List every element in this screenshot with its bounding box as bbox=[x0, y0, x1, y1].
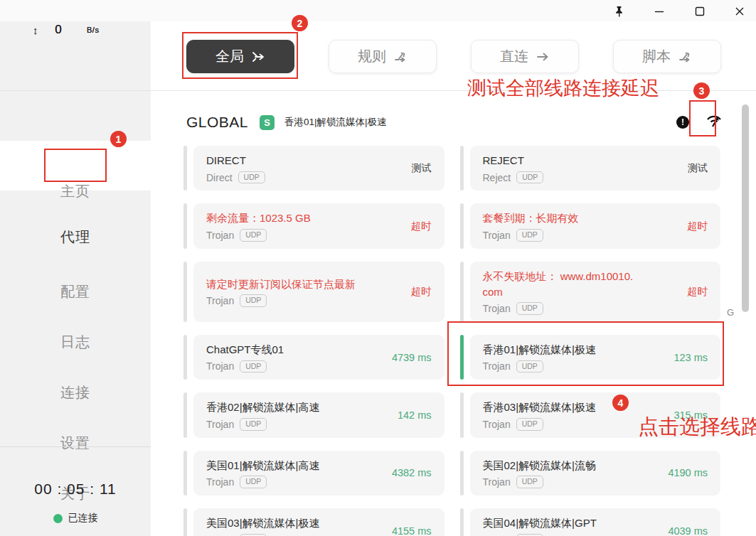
sidebar-item[interactable]: 连接 bbox=[0, 377, 151, 407]
proxy-card[interactable]: 永不失联地址： www.dm10010. com Trojan UDP 超时 bbox=[470, 262, 721, 322]
scrollbar-thumb[interactable] bbox=[742, 104, 749, 312]
proxy-card[interactable]: 请定时更新订阅以保证节点最新 Trojan UDP 超时 bbox=[193, 262, 444, 322]
right-arrow-icon bbox=[536, 50, 550, 63]
proxy-selected-indicator bbox=[460, 335, 464, 380]
proxy-latency: 超时 bbox=[687, 220, 708, 233]
proxy-card[interactable]: 香港03|解锁流媒体|极速 Trojan UDP 315 ms bbox=[470, 392, 721, 437]
mode-button[interactable]: 脚本 bbox=[613, 40, 721, 73]
proxy-cell: 永不失联地址： www.dm10010. com Trojan UDP 超时 bbox=[460, 262, 721, 322]
proxy-card-grid: DIRECT Direct UDP 测试 REJECT R bbox=[183, 146, 720, 536]
connection-timer: 00 : 05 : 11 bbox=[0, 481, 151, 498]
proxy-latency: 4190 ms bbox=[668, 467, 708, 478]
group-type-badge: S bbox=[260, 115, 275, 130]
proxy-cell: 美国03|解锁流媒体|极速 Trojan UDP 4155 ms bbox=[183, 508, 444, 536]
proxy-card[interactable]: 美国03|解锁流媒体|极速 Trojan UDP 4155 ms bbox=[193, 508, 444, 536]
udp-badge: UDP bbox=[240, 418, 267, 431]
proxy-selected-indicator bbox=[460, 392, 464, 437]
proxy-latency: 4382 ms bbox=[392, 467, 432, 478]
sidebar: ↑ 0 B/s ↓ 0 B/s 主页 代理 配置 日志 连接 设置 关于 00 … bbox=[0, 21, 151, 536]
proxy-title: REJECT bbox=[483, 153, 680, 168]
udp-badge: UDP bbox=[240, 294, 267, 307]
mode-button[interactable]: 直连 bbox=[471, 40, 579, 73]
traffic-stat-row: ↓ 0 B/s bbox=[0, 21, 151, 38]
proxy-cell: REJECT Reject UDP 测试 bbox=[460, 146, 721, 191]
sidebar-item[interactable]: 配置 bbox=[0, 277, 151, 306]
merge-arrow-icon bbox=[251, 50, 265, 63]
proxy-protocol: Trojan bbox=[206, 419, 234, 430]
proxy-title: 剩余流量：1023.5 GB bbox=[206, 210, 403, 226]
proxy-cell: 套餐到期：长期有效 Trojan UDP 超时 bbox=[460, 203, 721, 248]
proxy-selected-indicator bbox=[460, 203, 464, 248]
scroll-group-letter: G bbox=[727, 307, 734, 318]
proxy-latency: 142 ms bbox=[398, 409, 432, 421]
proxy-selected-indicator bbox=[460, 146, 464, 191]
sidebar-item[interactable]: 主页 bbox=[0, 176, 151, 206]
connection-status: 已连接 bbox=[0, 512, 151, 525]
proxy-card[interactable]: 香港02|解锁流媒体|高速 Trojan UDP 142 ms bbox=[193, 392, 444, 437]
proxy-latency: 4739 ms bbox=[392, 352, 432, 363]
proxy-latency: 超时 bbox=[687, 285, 708, 299]
proxy-title: 美国02|解锁流媒体|流畅 bbox=[483, 458, 660, 473]
udp-badge: UDP bbox=[240, 476, 267, 488]
sidebar-item[interactable]: 日志 bbox=[0, 327, 151, 357]
proxy-title: 永不失联地址： www.dm10010. com bbox=[483, 269, 679, 300]
proxy-card[interactable]: 剩余流量：1023.5 GB Trojan UDP 超时 bbox=[193, 203, 444, 248]
proxy-card[interactable]: DIRECT Direct UDP 测试 bbox=[193, 146, 444, 191]
traffic-value: 0 bbox=[43, 23, 74, 37]
proxy-cell: 美国01|解锁流媒体|高速 Trojan UDP 4382 ms bbox=[183, 451, 444, 495]
proxy-cell: 香港02|解锁流媒体|高速 Trojan UDP 142 ms bbox=[183, 392, 444, 437]
pin-icon[interactable] bbox=[610, 3, 627, 20]
proxy-protocol: Trojan bbox=[483, 230, 511, 241]
proxy-latency: 测试 bbox=[412, 162, 432, 175]
proxy-protocol: Trojan bbox=[483, 303, 511, 314]
proxy-latency: 315 ms bbox=[674, 409, 708, 421]
proxy-card[interactable]: REJECT Reject UDP 测试 bbox=[470, 146, 721, 191]
proxy-card[interactable]: 美国02|解锁流媒体|流畅 Trojan UDP 4190 ms bbox=[470, 451, 721, 495]
close-icon[interactable] bbox=[731, 3, 748, 20]
group-name: GLOBAL bbox=[186, 114, 248, 131]
proxy-selected-indicator bbox=[183, 335, 187, 380]
proxy-title: 套餐到期：长期有效 bbox=[483, 210, 679, 226]
proxy-selected-indicator bbox=[183, 451, 187, 495]
main-content: 全局 规则 直连 脚本 GLOBAL S 香港01|解锁流媒体|极速 ! bbox=[151, 21, 756, 536]
mode-label: 全局 bbox=[215, 47, 244, 66]
proxy-card[interactable]: 香港01|解锁流媒体|极速 Trojan UDP 123 ms bbox=[470, 335, 721, 380]
proxy-latency: 超时 bbox=[411, 285, 432, 299]
sidebar-item[interactable]: 设置 bbox=[0, 428, 151, 458]
proxy-card[interactable]: 美国01|解锁流媒体|高速 Trojan UDP 4382 ms bbox=[193, 451, 444, 495]
proxy-latency: 123 ms bbox=[674, 352, 708, 363]
proxy-title: ChatGPT专线01 bbox=[206, 342, 383, 358]
toolbar-divider bbox=[151, 90, 756, 91]
alert-icon[interactable]: ! bbox=[676, 116, 689, 129]
proxy-cell: DIRECT Direct UDP 测试 bbox=[183, 146, 444, 191]
proxy-cell: 香港01|解锁流媒体|极速 Trojan UDP 123 ms bbox=[460, 335, 721, 380]
proxy-protocol: Reject bbox=[483, 172, 511, 183]
mode-label: 规则 bbox=[358, 47, 386, 66]
mode-button[interactable]: 全局 bbox=[186, 40, 294, 73]
traffic-arrow-icon: ↓ bbox=[33, 24, 43, 36]
proxy-title: 美国04|解锁流媒体|GPT bbox=[483, 515, 660, 531]
minimize-icon[interactable] bbox=[651, 3, 668, 20]
proxy-latency: 4155 ms bbox=[392, 525, 432, 536]
proxy-card[interactable]: 套餐到期：长期有效 Trojan UDP 超时 bbox=[470, 203, 721, 248]
sidebar-divider-top bbox=[0, 90, 151, 91]
sidebar-item[interactable]: 代理 bbox=[0, 222, 151, 252]
proxy-protocol: Direct bbox=[206, 172, 233, 183]
proxy-protocol: Trojan bbox=[206, 476, 234, 488]
proxy-cell: 剩余流量：1023.5 GB Trojan UDP 超时 bbox=[183, 203, 444, 248]
proxy-latency: 超时 bbox=[411, 220, 432, 233]
proxy-selected-indicator bbox=[183, 203, 187, 248]
speedtest-wifi-icon[interactable] bbox=[705, 110, 723, 134]
proxy-selected-indicator bbox=[183, 146, 187, 191]
proxy-cell: 香港03|解锁流媒体|极速 Trojan UDP 315 ms bbox=[460, 392, 721, 437]
proxy-card[interactable]: 美国04|解锁流媒体|GPT Trojan UDP 4039 ms bbox=[470, 508, 721, 536]
proxy-cell: ChatGPT专线01 Trojan UDP 4739 ms bbox=[183, 335, 444, 380]
maximize-icon[interactable] bbox=[691, 3, 708, 20]
proxy-cell: 请定时更新订阅以保证节点最新 Trojan UDP 超时 bbox=[183, 262, 444, 322]
udp-badge: UDP bbox=[516, 418, 543, 431]
mode-button[interactable]: 规则 bbox=[329, 40, 437, 73]
proxy-title: 美国03|解锁流媒体|极速 bbox=[206, 515, 383, 531]
udp-badge: UDP bbox=[240, 229, 267, 242]
proxy-group-header: GLOBAL S 香港01|解锁流媒体|极速 ! bbox=[186, 107, 723, 138]
proxy-card[interactable]: ChatGPT专线01 Trojan UDP 4739 ms bbox=[193, 335, 444, 380]
